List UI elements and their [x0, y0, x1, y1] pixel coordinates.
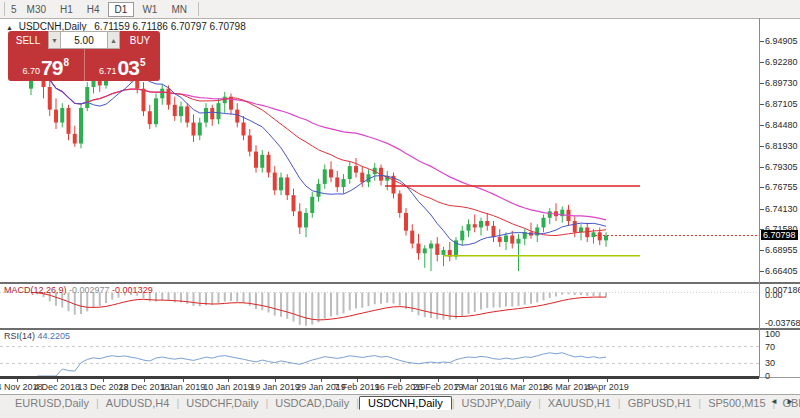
volume-increase-button[interactable]: ▲	[107, 31, 120, 49]
chart-tab-xauusd-h1[interactable]: XAUUSD,H1	[541, 397, 618, 409]
timeframe-button-H4[interactable]: H4	[81, 3, 106, 16]
price-axis-label: 6.92280	[765, 57, 798, 67]
buy-price-big: 03	[118, 58, 139, 78]
buy-price-button[interactable]: 6.71 03 5	[85, 49, 161, 81]
chart-tab-usdcad-daily[interactable]: USDCAD,Daily	[268, 397, 356, 409]
price-axis-tick	[760, 125, 764, 126]
price-axis-tick	[760, 41, 764, 42]
toolbar-divider	[198, 2, 199, 16]
price-axis-label: 6.74130	[765, 204, 798, 214]
date-axis-label: 4 Apr 2019	[572, 382, 642, 392]
chart-tab-usdchf-daily[interactable]: USDCHF,Daily	[179, 397, 265, 409]
price-axis-label: 6.79305	[765, 162, 798, 172]
chart-tab-eurusd-daily[interactable]: EURUSD,Daily	[8, 397, 96, 409]
rsi-label: RSI(14) 44.2205	[4, 331, 70, 341]
chart-tab-usdcnh-daily[interactable]: USDCNH,Daily	[359, 396, 452, 410]
chart-tab-gbpusd-h1[interactable]: GBPUSD,H1	[621, 397, 699, 409]
current-price-tag: 6.70798	[761, 230, 798, 240]
timeframe-button-H1[interactable]: H1	[54, 3, 79, 16]
timeframe-button-M30[interactable]: M30	[21, 3, 52, 16]
trading-platform-window: 5M30H1H4D1W1MN ▲ USDCNH,Daily 6.71159 6.…	[0, 0, 800, 418]
buy-price-prefix: 6.71	[99, 66, 117, 76]
buy-button[interactable]: BUY	[120, 31, 160, 49]
price-axis-tick	[760, 62, 764, 63]
chart-bottom-separator	[0, 376, 759, 379]
price-axis-tick	[760, 271, 764, 272]
volume-input[interactable]: 5.00	[61, 31, 107, 49]
chart-tab-bar: EURUSD,Daily|AUDUSD,H4|USDCHF,Daily|USDC…	[0, 394, 800, 411]
volume-decrease-button[interactable]: ▼	[48, 31, 61, 49]
sell-price-pip: 8	[63, 57, 69, 68]
price-axis-tick	[760, 167, 764, 168]
price-axis-tick	[760, 104, 764, 105]
tab-scroll-arrows: ◄ ►	[770, 397, 797, 406]
price-axis-tick	[760, 83, 764, 84]
chart-tab-sp500-m15[interactable]: SP500,M15	[701, 397, 772, 409]
macd-label: MACD(12,26,9) -0.002977 -0.001329	[4, 285, 153, 295]
timeframe-toolbar: 5M30H1H4D1W1MN	[0, 0, 800, 19]
rsi-scale-label: 70	[765, 342, 775, 352]
toolbar-divider	[4, 2, 5, 16]
sell-button[interactable]: SELL	[8, 31, 48, 49]
tab-scroll-right-icon[interactable]: ►	[786, 397, 797, 406]
price-axis-label: 6.68955	[765, 245, 798, 255]
sell-price-prefix: 6.70	[23, 66, 41, 76]
macd-scale-zero: 0.00	[765, 290, 783, 300]
price-axis-label: 6.76755	[765, 182, 798, 192]
one-click-trading-widget: SELL ▼ 5.00 ▲ BUY 6.70 79 8 6.71 03 5	[8, 31, 160, 81]
timeframe-button-D1[interactable]: D1	[108, 2, 135, 17]
collapse-chart-icon[interactable]: ▲	[6, 24, 13, 31]
rsi-indicator-panel[interactable]	[0, 330, 759, 376]
price-axis-label: 6.84480	[765, 120, 798, 130]
price-axis-tick	[760, 187, 764, 188]
price-axis-label: 6.66405	[765, 266, 798, 276]
chart-tab-usdjpy-daily[interactable]: USDJPY,Daily	[455, 397, 539, 409]
timeframe-button-W1[interactable]: W1	[136, 3, 163, 16]
tab-scroll-left-icon[interactable]: ◄	[770, 397, 781, 406]
price-axis-label: 6.89730	[765, 78, 798, 88]
price-axis-label: 6.87105	[765, 99, 798, 109]
price-axis-label: 6.81930	[765, 141, 798, 151]
price-axis-tick	[760, 209, 764, 210]
price-scale-border	[759, 18, 760, 377]
rsi-scale-label: 0	[765, 371, 770, 381]
macd-scale-bottom: -0.037688	[765, 318, 800, 328]
price-axis-label: 6.94905	[765, 36, 798, 46]
chart-tab-audusd-h4[interactable]: AUDUSD,H4	[99, 397, 177, 409]
rsi-scale-label: 100	[765, 329, 780, 339]
timeframe-button-5[interactable]: 5	[10, 3, 19, 16]
buy-price-pip: 5	[140, 57, 146, 68]
price-axis-tick	[760, 146, 764, 147]
sell-price-button[interactable]: 6.70 79 8	[8, 49, 85, 81]
sell-price-big: 79	[41, 58, 62, 78]
rsi-scale-label: 30	[765, 358, 775, 368]
price-axis-tick	[760, 250, 764, 251]
timeframe-button-MN[interactable]: MN	[165, 3, 193, 16]
status-strip	[0, 411, 800, 418]
